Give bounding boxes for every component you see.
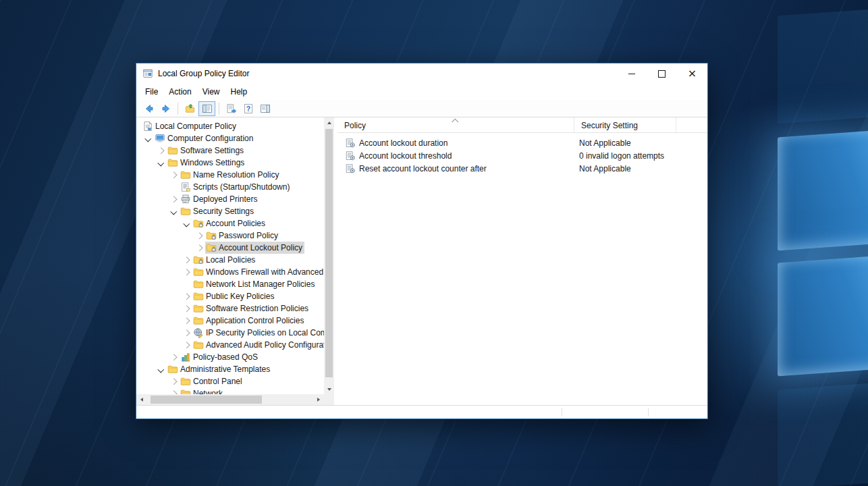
- expand-chevron-icon[interactable]: [180, 339, 192, 351]
- horizontal-scroll-thumb[interactable]: [151, 396, 262, 404]
- tree-node-content: Deployed Printers: [180, 193, 259, 205]
- security-setting-cell: 0 invalid logon attempts: [574, 151, 676, 161]
- tree-item-scripts-startup-shutdown[interactable]: Scripts (Startup/Shutdown): [136, 181, 324, 193]
- expand-chevron-icon[interactable]: [180, 290, 192, 302]
- policy-name: Account lockout duration: [359, 138, 447, 148]
- collapse-chevron-icon[interactable]: [167, 205, 180, 217]
- expand-chevron-icon[interactable]: [167, 351, 180, 363]
- expand-chevron-icon[interactable]: [193, 230, 205, 242]
- chevron-glyph: [183, 329, 189, 335]
- export-list-button[interactable]: [223, 101, 240, 116]
- scroll-up-button[interactable]: [324, 117, 334, 128]
- menu-item-view[interactable]: View: [197, 85, 225, 99]
- column-header-security-setting[interactable]: Security Setting: [574, 117, 676, 132]
- expand-chevron-icon[interactable]: [180, 327, 192, 339]
- collapse-chevron-icon[interactable]: [142, 132, 154, 144]
- tree-node-content: Control Panel: [180, 375, 244, 387]
- tree-item-label: Application Control Policies: [206, 315, 304, 327]
- tree-item-application-control-policies[interactable]: Application Control Policies: [136, 315, 324, 327]
- tree-item-control-panel[interactable]: Control Panel: [136, 375, 324, 387]
- chevron-glyph: [170, 354, 176, 360]
- expand-chevron-icon[interactable]: [193, 242, 205, 254]
- tree-item-security-settings[interactable]: Security Settings: [136, 205, 324, 217]
- collapse-chevron-icon[interactable]: [155, 363, 167, 375]
- tree-node-content: Scripts (Startup/Shutdown): [180, 181, 292, 193]
- tree-item-label: Account Policies: [206, 217, 265, 230]
- tree-item-label: Scripts (Startup/Shutdown): [193, 181, 290, 193]
- policy-name-cell: Reset account lockout counter after: [337, 163, 574, 174]
- collapse-chevron-icon[interactable]: [155, 157, 167, 169]
- tree-item-local-policies[interactable]: Local Policies: [136, 254, 324, 266]
- tree-item-network[interactable]: Network: [136, 387, 324, 394]
- computer-icon: [155, 133, 165, 144]
- maximize-button[interactable]: [647, 63, 677, 84]
- tree-item-deployed-printers[interactable]: Deployed Printers: [136, 193, 324, 205]
- tree-item-software-settings[interactable]: Software Settings: [136, 144, 324, 157]
- tree-item-administrative-templates[interactable]: Administrative Templates: [136, 363, 324, 375]
- close-button[interactable]: ×: [677, 63, 707, 84]
- tree-item-label: Software Settings: [180, 144, 244, 157]
- menu-item-action[interactable]: Action: [163, 85, 196, 99]
- show-action-pane-button[interactable]: [256, 101, 273, 116]
- back-button[interactable]: [140, 101, 157, 116]
- tree-item-software-restriction-policies[interactable]: Software Restriction Policies: [136, 302, 324, 315]
- collapse-chevron-icon[interactable]: [180, 217, 192, 230]
- up-one-level-button[interactable]: [182, 101, 198, 116]
- expand-chevron-icon[interactable]: [180, 302, 192, 315]
- tree-item-label: Windows Firewall with Advanced Security: [206, 266, 324, 278]
- tree-vertical-scrollbar[interactable]: [324, 117, 334, 394]
- chevron-glyph: [157, 159, 163, 165]
- expand-chevron-icon[interactable]: [180, 266, 192, 278]
- scroll-up-icon: [327, 122, 331, 124]
- expand-chevron-icon[interactable]: [180, 315, 192, 327]
- help-button[interactable]: ?: [240, 101, 256, 116]
- vertical-scroll-thumb[interactable]: [325, 129, 333, 377]
- policy-row[interactable]: Reset account lockout counter afterNot A…: [337, 162, 707, 175]
- tree-item-local-computer-policy[interactable]: Local Computer Policy: [136, 120, 324, 132]
- minimize-button[interactable]: [616, 63, 647, 84]
- chevron-glyph: [170, 208, 176, 214]
- scroll-down-button[interactable]: [324, 384, 334, 394]
- horizontal-scroll-track[interactable]: [147, 394, 313, 405]
- expand-chevron-icon[interactable]: [167, 169, 180, 181]
- policy-row[interactable]: Account lockout durationNot Applicable: [337, 136, 707, 149]
- tree-item-network-list-manager-policies[interactable]: Network List Manager Policies: [136, 278, 324, 290]
- tree-item-windows-settings[interactable]: Windows Settings: [136, 157, 324, 169]
- show-tree-icon: [202, 103, 213, 114]
- menu-bar: FileActionViewHelp: [136, 84, 707, 100]
- folder-lock-icon: [193, 254, 204, 265]
- tree-node-content: Local Computer Policy: [142, 120, 238, 132]
- menu-item-help[interactable]: Help: [225, 85, 253, 99]
- scroll-right-button[interactable]: [313, 394, 324, 405]
- tree-horizontal-scrollbar[interactable]: [136, 394, 324, 405]
- tree-item-account-policies[interactable]: Account Policies: [136, 217, 324, 230]
- tree-item-public-key-policies[interactable]: Public Key Policies: [136, 290, 324, 302]
- vertical-scroll-track[interactable]: [324, 128, 334, 384]
- tree-item-name-resolution-policy[interactable]: Name Resolution Policy: [136, 169, 324, 181]
- expand-chevron-icon[interactable]: [167, 387, 180, 394]
- tree-node-content: Computer Configuration: [154, 132, 255, 144]
- forward-button[interactable]: [157, 101, 174, 116]
- policy-row[interactable]: Account lockout threshold0 invalid logon…: [337, 149, 707, 162]
- tree-item-label: Control Panel: [193, 375, 242, 387]
- tree-item-policy-based-qos[interactable]: Policy-based QoS: [136, 351, 324, 363]
- expand-chevron-icon[interactable]: [167, 375, 180, 387]
- menu-item-file[interactable]: File: [140, 85, 163, 99]
- tree-item-windows-firewall-with-advanced-security[interactable]: Windows Firewall with Advanced Security: [136, 266, 324, 278]
- chevron-glyph: [196, 244, 202, 250]
- expand-chevron-icon[interactable]: [155, 144, 167, 157]
- tree-item-ip-security-policies-on-local-computer[interactable]: IP Security Policies on Local Computer: [136, 327, 324, 339]
- expand-chevron-icon[interactable]: [180, 254, 192, 266]
- title-bar[interactable]: Local Group Policy Editor ×: [136, 63, 707, 84]
- tree-item-label: Windows Settings: [180, 157, 244, 169]
- tree-node-content: Administrative Templates: [167, 363, 272, 375]
- tree-item-password-policy[interactable]: Password Policy: [136, 230, 324, 242]
- show-console-tree-button[interactable]: [198, 101, 215, 116]
- tree-item-account-lockout-policy[interactable]: Account Lockout Policy: [136, 242, 324, 254]
- toolbar-separator: [219, 103, 219, 115]
- tree-item-advanced-audit-policy-configuration[interactable]: Advanced Audit Policy Configuration: [136, 339, 324, 351]
- tree-item-computer-configuration[interactable]: Computer Configuration: [136, 132, 324, 144]
- chevron-glyph: [183, 293, 189, 299]
- expand-chevron-icon[interactable]: [167, 193, 180, 205]
- scroll-left-button[interactable]: [136, 394, 147, 405]
